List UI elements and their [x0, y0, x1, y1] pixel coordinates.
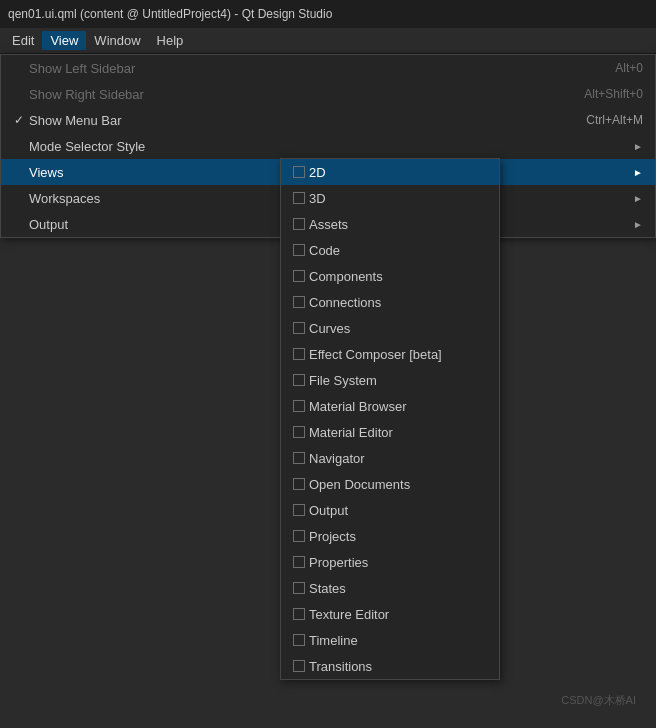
label-material-editor: Material Editor — [309, 425, 487, 440]
label-code: Code — [309, 243, 487, 258]
submenu-item-effect-composer[interactable]: Effect Composer [beta] — [281, 341, 499, 367]
check-show-menu-bar: ✓ — [9, 113, 29, 127]
label-navigator: Navigator — [309, 451, 487, 466]
submenu-item-2d[interactable]: 2D — [281, 159, 499, 185]
label-assets: Assets — [309, 217, 487, 232]
check-timeline — [289, 634, 309, 646]
check-states — [289, 582, 309, 594]
check-show-right-sidebar — [9, 87, 29, 101]
label-show-left-sidebar: Show Left Sidebar — [29, 61, 595, 76]
submenu-item-navigator[interactable]: Navigator — [281, 445, 499, 471]
check-2d — [289, 166, 309, 178]
icon-placeholder — [12, 87, 26, 101]
icon-placeholder — [12, 61, 26, 75]
watermark: CSDN@木桥AI — [561, 693, 636, 708]
submenu-item-material-editor[interactable]: Material Editor — [281, 419, 499, 445]
check-open-documents — [289, 478, 309, 490]
arrow-views: ► — [633, 167, 643, 178]
label-timeline: Timeline — [309, 633, 487, 648]
submenu-item-open-documents[interactable]: Open Documents — [281, 471, 499, 497]
submenu-item-file-system[interactable]: File System — [281, 367, 499, 393]
label-material-browser: Material Browser — [309, 399, 487, 414]
arrow-output: ► — [633, 219, 643, 230]
check-material-editor — [289, 426, 309, 438]
menu-item-mode-selector[interactable]: Mode Selector Style ► — [1, 133, 655, 159]
check-texture-editor — [289, 608, 309, 620]
submenu-item-output[interactable]: Output — [281, 497, 499, 523]
check-connections — [289, 296, 309, 308]
submenu-item-components[interactable]: Components — [281, 263, 499, 289]
main-content: Show Left Sidebar Alt+0 Show Right Sideb… — [0, 54, 656, 728]
check-submenu-output — [289, 504, 309, 516]
label-file-system: File System — [309, 373, 487, 388]
submenu-item-curves[interactable]: Curves — [281, 315, 499, 341]
label-open-documents: Open Documents — [309, 477, 487, 492]
arrow-workspaces: ► — [633, 193, 643, 204]
check-curves — [289, 322, 309, 334]
check-properties — [289, 556, 309, 568]
views-submenu: 2D 3D Assets Code Co — [280, 158, 500, 680]
label-effect-composer: Effect Composer [beta] — [309, 347, 487, 362]
submenu-item-assets[interactable]: Assets — [281, 211, 499, 237]
label-2d: 2D — [309, 165, 487, 180]
submenu-item-states[interactable]: States — [281, 575, 499, 601]
label-projects: Projects — [309, 529, 487, 544]
check-transitions — [289, 660, 309, 672]
check-code — [289, 244, 309, 256]
label-curves: Curves — [309, 321, 487, 336]
label-show-right-sidebar: Show Right Sidebar — [29, 87, 564, 102]
check-projects — [289, 530, 309, 542]
menu-item-show-left-sidebar[interactable]: Show Left Sidebar Alt+0 — [1, 55, 655, 81]
shortcut-show-right-sidebar: Alt+Shift+0 — [584, 87, 643, 101]
label-submenu-output: Output — [309, 503, 487, 518]
shortcut-show-left-sidebar: Alt+0 — [615, 61, 643, 75]
label-components: Components — [309, 269, 487, 284]
menu-window[interactable]: Window — [86, 31, 148, 50]
submenu-item-timeline[interactable]: Timeline — [281, 627, 499, 653]
arrow-mode-selector: ► — [633, 141, 643, 152]
submenu-item-properties[interactable]: Properties — [281, 549, 499, 575]
submenu-item-3d[interactable]: 3D — [281, 185, 499, 211]
check-components — [289, 270, 309, 282]
menu-item-show-right-sidebar[interactable]: Show Right Sidebar Alt+Shift+0 — [1, 81, 655, 107]
menu-bar: Edit View Window Help — [0, 28, 656, 54]
menu-help[interactable]: Help — [149, 31, 192, 50]
label-transitions: Transitions — [309, 659, 487, 674]
check-3d — [289, 192, 309, 204]
title-bar: qen01.ui.qml (content @ UntitledProject4… — [0, 0, 656, 28]
shortcut-show-menu-bar: Ctrl+Alt+M — [586, 113, 643, 127]
label-states: States — [309, 581, 487, 596]
check-navigator — [289, 452, 309, 464]
label-mode-selector: Mode Selector Style — [29, 139, 625, 154]
submenu-item-code[interactable]: Code — [281, 237, 499, 263]
check-material-browser — [289, 400, 309, 412]
submenu-item-texture-editor[interactable]: Texture Editor — [281, 601, 499, 627]
check-assets — [289, 218, 309, 230]
label-connections: Connections — [309, 295, 487, 310]
submenu-item-projects[interactable]: Projects — [281, 523, 499, 549]
label-texture-editor: Texture Editor — [309, 607, 487, 622]
submenu-item-transitions[interactable]: Transitions — [281, 653, 499, 679]
label-properties: Properties — [309, 555, 487, 570]
menu-view[interactable]: View — [42, 31, 86, 50]
label-show-menu-bar: Show Menu Bar — [29, 113, 566, 128]
label-3d: 3D — [309, 191, 487, 206]
menu-edit[interactable]: Edit — [4, 31, 42, 50]
title-text: qen01.ui.qml (content @ UntitledProject4… — [8, 7, 332, 21]
check-file-system — [289, 374, 309, 386]
submenu-item-connections[interactable]: Connections — [281, 289, 499, 315]
check-show-left-sidebar — [9, 61, 29, 75]
menu-item-show-menu-bar[interactable]: ✓ Show Menu Bar Ctrl+Alt+M — [1, 107, 655, 133]
check-effect-composer — [289, 348, 309, 360]
submenu-item-material-browser[interactable]: Material Browser — [281, 393, 499, 419]
